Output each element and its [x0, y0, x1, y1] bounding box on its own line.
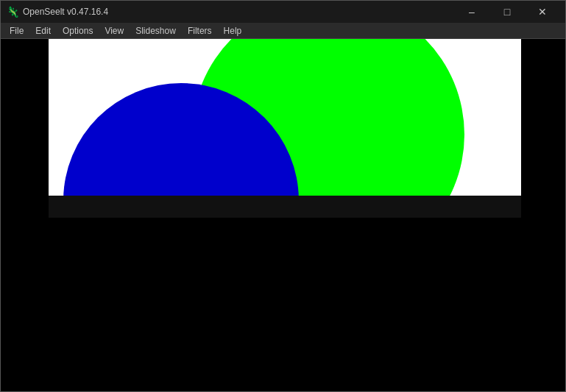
maximize-button[interactable]: □: [490, 1, 524, 23]
content-area: [1, 39, 565, 391]
menu-slideshow[interactable]: Slideshow: [130, 23, 182, 38]
menu-options[interactable]: Options: [57, 23, 99, 38]
menu-file[interactable]: File: [4, 23, 29, 38]
main-window: 🦎 OpenSeelt v0.47.16.4 – □ ✕ File Edit O…: [0, 0, 566, 392]
app-icon: 🦎: [7, 6, 18, 18]
title-bar-text: OpenSeelt v0.47.16.4: [23, 7, 455, 17]
image-display: [49, 39, 521, 218]
menu-bar: File Edit Options View Slideshow Filters…: [1, 23, 565, 39]
menu-help[interactable]: Help: [218, 23, 248, 38]
menu-filters[interactable]: Filters: [182, 23, 218, 38]
menu-edit[interactable]: Edit: [29, 23, 57, 38]
bottom-black-area: [1, 218, 565, 391]
window-controls: – □ ✕: [455, 1, 559, 23]
image-dark-band: [49, 196, 521, 218]
minimize-button[interactable]: –: [455, 1, 489, 23]
title-bar: 🦎 OpenSeelt v0.47.16.4 – □ ✕: [1, 1, 565, 23]
close-button[interactable]: ✕: [526, 1, 559, 23]
menu-view[interactable]: View: [99, 23, 130, 38]
